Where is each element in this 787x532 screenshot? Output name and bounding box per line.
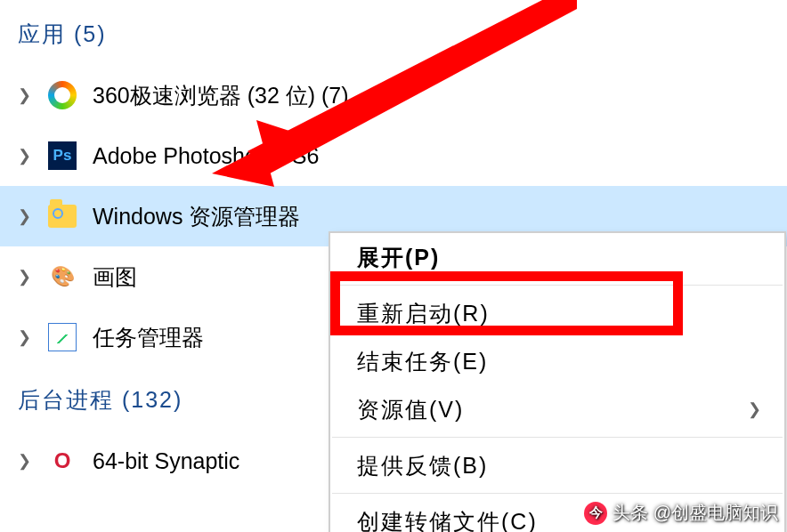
expand-chevron-icon[interactable]: ❯ [12,327,36,347]
browser-360-icon [48,81,77,109]
process-name: 任务管理器 [93,323,204,352]
submenu-chevron-icon: ❯ [748,399,763,419]
apps-section-title: 应用 (5) [18,20,107,49]
process-name: Adobe Photoshop CS6 [93,143,319,169]
photoshop-icon: Ps [48,141,77,170]
expand-chevron-icon[interactable]: ❯ [12,206,36,226]
process-name: 画图 [93,262,137,292]
ctx-separator [332,437,783,438]
ctx-feedback[interactable]: 提供反馈(B) [330,441,784,489]
expand-chevron-icon[interactable]: ❯ [12,146,36,165]
context-menu: 展开(P) 重新启动(R) 结束任务(E) 资源值(V) ❯ 提供反馈(B) 创… [329,231,786,532]
apps-section-header: 应用 (5) [0,0,787,65]
ctx-restart-label: 重新启动(R) [357,299,490,328]
watermark-logo-icon: 今 [584,502,607,525]
watermark: 今 头条 @创盛电脑知识 [584,501,778,525]
ctx-separator [332,285,783,286]
ctx-expand[interactable]: 展开(P) [330,233,784,281]
ctx-values-label: 资源值(V) [357,395,464,424]
ctx-end-task-label: 结束任务(E) [357,347,488,376]
ctx-expand-label: 展开(P) [357,243,440,272]
ctx-resource-values[interactable]: 资源值(V) ❯ [330,385,784,433]
synaptics-icon: О [48,447,77,475]
ctx-separator [332,493,783,494]
process-row[interactable]: ❯ Ps Adobe Photoshop CS6 [0,125,787,186]
bg-section-title: 后台进程 (132) [18,385,183,415]
ctx-dump-label: 创建转储文件(C) [357,507,538,533]
watermark-text: 头条 @创盛电脑知识 [613,501,778,525]
explorer-icon [48,205,77,228]
process-name: Windows 资源管理器 [93,202,300,231]
expand-chevron-icon[interactable]: ❯ [12,267,36,286]
paint-icon: 🎨 [48,262,77,291]
process-row[interactable]: ❯ 360极速浏览器 (32 位) (7) [0,65,787,125]
process-name: 360极速浏览器 (32 位) (7) [93,81,349,110]
process-name: 64-bit Synaptic [93,448,239,474]
ctx-end-task[interactable]: 结束任务(E) [330,337,784,385]
ctx-restart[interactable]: 重新启动(R) [330,289,784,337]
expand-chevron-icon[interactable]: ❯ [12,85,36,105]
ctx-feedback-label: 提供反馈(B) [357,451,488,480]
expand-chevron-icon[interactable]: ❯ [12,451,36,471]
taskmgr-icon [48,323,77,351]
